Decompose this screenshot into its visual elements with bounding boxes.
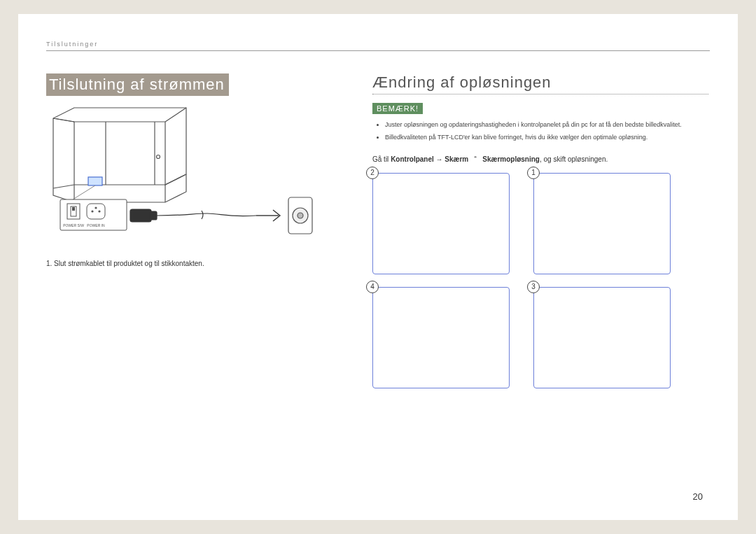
step-badge: 3	[527, 281, 540, 293]
path-prefix: Gå til	[372, 155, 391, 163]
heading-power: Tilslutning af strømmen	[46, 73, 229, 96]
resolution-box: 3	[533, 287, 671, 388]
svg-point-10	[91, 210, 93, 212]
note-list: Juster opløsningen og opdateringshastigh…	[372, 120, 708, 143]
resolution-box: 2	[372, 173, 510, 274]
page-number: 20	[693, 491, 703, 502]
svg-rect-8	[72, 207, 75, 211]
note-badge: BEMÆRK!	[372, 103, 423, 114]
running-head: Tilslutninger	[46, 41, 710, 48]
note-item: Juster opløsningen og opdateringshastigh…	[385, 120, 708, 129]
path-suffix: , og skift opløsningen.	[540, 155, 608, 163]
svg-point-2	[157, 155, 160, 159]
resolution-box: 1	[533, 173, 671, 274]
svg-point-18	[298, 213, 303, 218]
resolution-examples: 2 1 4 3	[372, 173, 708, 388]
path-quote: “	[475, 155, 477, 163]
svg-rect-3	[88, 177, 102, 185]
column-left: Tilslutning af strømmen	[46, 73, 340, 269]
path-screen: Skærm	[444, 155, 468, 163]
step-badge: 4	[366, 281, 379, 293]
path-resolution: Skærmopløsning	[482, 155, 540, 163]
power-sw-label: POWER S/W	[63, 223, 84, 227]
power-in-label: POWER IN	[87, 223, 105, 227]
arrow-right-icon: →	[436, 155, 443, 163]
path-control-panel: Kontrolpanel	[391, 155, 434, 163]
column-right: Ændring af opløsningen BEMÆRK! Juster op…	[372, 73, 708, 388]
power-connection-figure: POWER S/W POWER IN	[46, 104, 340, 244]
step-badge: 2	[366, 167, 379, 179]
head-rule	[46, 50, 710, 51]
svg-point-11	[98, 210, 100, 212]
resolution-row: 4 3	[372, 287, 708, 388]
svg-point-12	[94, 206, 97, 209]
note-item: Billedkvaliteten på TFT-LCD'er kan blive…	[385, 132, 708, 142]
power-step-1: 1. Slut strømkablet til produktet og til…	[46, 258, 340, 269]
svg-line-4	[73, 185, 95, 199]
resolution-row: 2 1	[372, 173, 708, 274]
manual-page: Tilslutninger Tilslutning af strømmen	[18, 14, 738, 520]
resolution-box: 4	[372, 287, 510, 388]
step-badge: 1	[527, 167, 540, 179]
svg-rect-14	[150, 211, 157, 220]
heading-resolution: Ændring af opløsningen	[372, 73, 708, 94]
svg-rect-13	[130, 209, 151, 222]
columns: Tilslutning af strømmen	[46, 73, 710, 388]
navigation-path: Gå til Kontrolpanel → Skærm “ Skærmopløs…	[372, 155, 708, 163]
